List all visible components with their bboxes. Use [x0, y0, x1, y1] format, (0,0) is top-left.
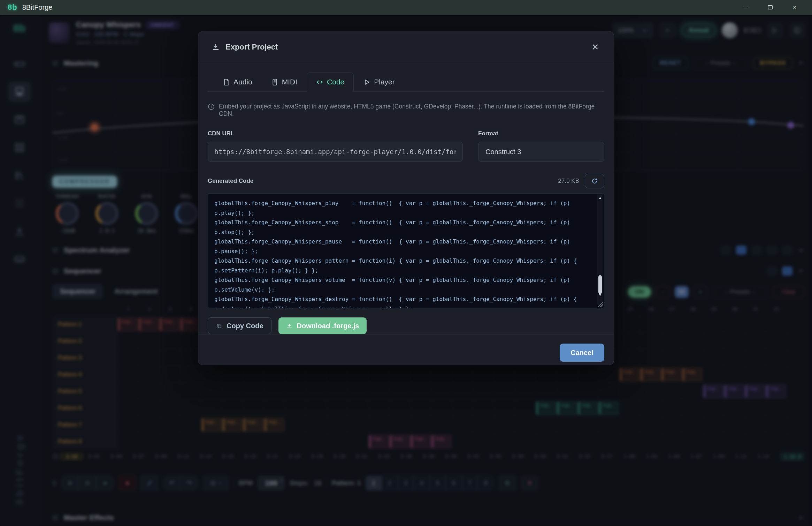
- cdn-url-label: CDN URL: [208, 130, 463, 137]
- code-size: 27.9 KB: [558, 178, 580, 185]
- modal-header: Export Project ✕: [198, 31, 614, 63]
- tab-label: Code: [327, 78, 344, 86]
- tab-label: Audio: [233, 78, 252, 86]
- tab-midi[interactable]: MIDI: [262, 72, 307, 92]
- export-tabs: Audio MIDI Code Player: [208, 72, 604, 92]
- regenerate-button[interactable]: [585, 174, 604, 188]
- copy-code-label: Copy Code: [227, 322, 263, 330]
- minimize-button[interactable]: –: [736, 1, 756, 13]
- file-icon: [223, 78, 230, 86]
- app-logo: 8b: [8, 3, 17, 12]
- modal-footer: Cancel: [198, 334, 614, 372]
- generated-code-label: Generated Code: [208, 178, 253, 185]
- maximize-button[interactable]: [760, 1, 780, 13]
- resize-grip-icon[interactable]: [598, 302, 603, 307]
- tab-audio[interactable]: Audio: [213, 72, 262, 92]
- format-value: Construct 3: [485, 148, 521, 156]
- window-controls: – ×: [736, 1, 804, 13]
- copy-icon: [216, 323, 222, 329]
- close-window-button[interactable]: ×: [785, 1, 804, 13]
- modal-body: Audio MIDI Code Player Embed your projec…: [198, 63, 614, 334]
- download-icon: [212, 43, 220, 51]
- download-forge-button[interactable]: Download .forge.js: [278, 317, 367, 334]
- info-text: Embed your project as JavaScript in any …: [219, 103, 604, 118]
- generated-code-box[interactable]: globalThis.forge_Canopy_Whispers_play = …: [208, 193, 604, 308]
- format-label: Format: [478, 130, 604, 137]
- tab-player[interactable]: Player: [354, 72, 404, 92]
- play-icon: [363, 78, 370, 86]
- info-icon: [208, 103, 215, 110]
- code-icon: [316, 78, 323, 86]
- info-note: Embed your project as JavaScript in any …: [208, 103, 604, 118]
- scroll-down-icon[interactable]: ▼: [597, 293, 603, 297]
- title-bar: 8b 8BitForge – ×: [0, 0, 812, 15]
- midi-file-icon: [271, 78, 278, 86]
- refresh-icon: [591, 178, 598, 185]
- tab-label: MIDI: [282, 78, 297, 86]
- download-label: Download .forge.js: [297, 322, 359, 330]
- scroll-up-icon[interactable]: ▲: [597, 196, 603, 200]
- copy-code-button[interactable]: Copy Code: [208, 317, 271, 334]
- scroll-thumb[interactable]: [598, 275, 602, 294]
- fields-row: CDN URL Format Construct 3: [208, 130, 604, 162]
- tab-label: Player: [374, 78, 395, 86]
- code-content[interactable]: globalThis.forge_Canopy_Whispers_play = …: [208, 194, 604, 308]
- export-modal: Export Project ✕ Audio MIDI Code Player: [198, 31, 614, 365]
- action-buttons: Copy Code Download .forge.js: [208, 317, 604, 334]
- format-select[interactable]: Construct 3: [478, 142, 604, 162]
- modal-title: Export Project: [225, 43, 278, 52]
- generated-code-header: Generated Code 27.9 KB: [208, 174, 604, 188]
- code-scrollbar[interactable]: ▲ ▼: [597, 194, 603, 307]
- download-icon: [286, 323, 293, 329]
- maximize-icon: [768, 5, 773, 9]
- tab-code[interactable]: Code: [307, 72, 354, 92]
- app-title: 8BitForge: [22, 3, 53, 12]
- cancel-button[interactable]: Cancel: [560, 344, 604, 362]
- close-icon[interactable]: ✕: [590, 42, 600, 52]
- cdn-url-input[interactable]: [208, 142, 463, 162]
